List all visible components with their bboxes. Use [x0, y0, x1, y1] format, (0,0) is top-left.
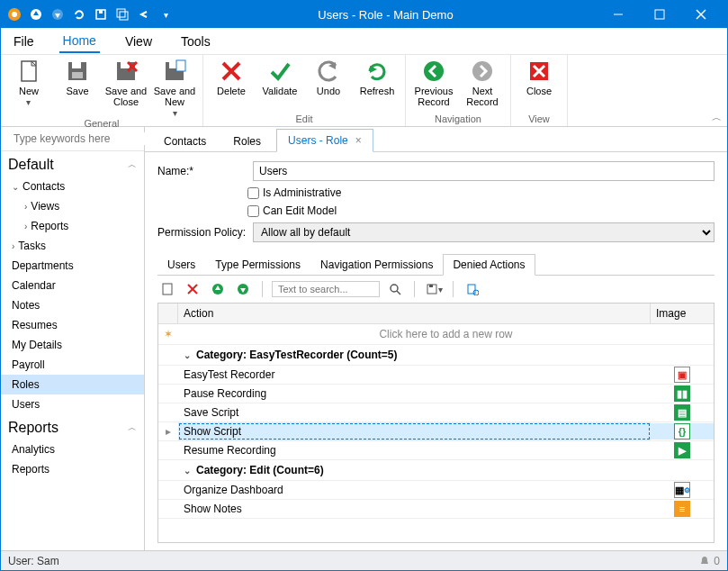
svg-line-38: [397, 291, 400, 295]
row-image-icon: ▣: [651, 367, 714, 383]
is-admin-checkbox[interactable]: [247, 187, 259, 199]
nav-item-tasks[interactable]: › Tasks: [1, 236, 144, 256]
grid-new-row[interactable]: ✶ Click here to add a new row: [158, 324, 714, 345]
subtab-type-permissions[interactable]: Type Permissions: [205, 254, 310, 276]
sidebar-search[interactable]: [1, 127, 144, 151]
search-input[interactable]: [13, 132, 148, 145]
menu-view[interactable]: View: [121, 31, 156, 52]
tab-users-role[interactable]: Users - Role×: [276, 129, 373, 152]
nav-item-payroll[interactable]: Payroll: [1, 355, 144, 375]
grid-moveup-button[interactable]: [208, 279, 228, 299]
ribbon-collapse-icon[interactable]: ︿: [712, 111, 722, 124]
nav-item-calendar[interactable]: Calendar: [1, 276, 144, 295]
nav-item-reports[interactable]: › Reports: [1, 216, 144, 236]
subtab-navigation-permissions[interactable]: Navigation Permissions: [310, 254, 443, 276]
ribbon-close-button[interactable]: Close: [517, 57, 562, 96]
qat-save-icon[interactable]: [93, 6, 109, 23]
ribbon-refresh-button[interactable]: Refresh: [355, 57, 400, 96]
grid-row[interactable]: ▸Show Script{}: [158, 422, 714, 441]
grid-row[interactable]: Resume Recording▶: [158, 441, 714, 460]
grid-group-header[interactable]: ⌄Category: EasyTestRecorder (Count=5): [158, 345, 714, 366]
close-window-button[interactable]: [680, 1, 722, 28]
nav-item-analytics[interactable]: Analytics: [1, 440, 144, 459]
saveclose-icon: [113, 59, 139, 84]
check-icon: [267, 59, 292, 84]
next-icon: [470, 59, 495, 84]
ribbon-undo-button[interactable]: Undo: [306, 57, 351, 96]
name-field[interactable]: [253, 161, 715, 181]
col-action[interactable]: Action: [178, 304, 651, 323]
qat-saveall-icon[interactable]: [114, 6, 130, 23]
nav-item-departments[interactable]: Departments: [1, 256, 144, 276]
undo-icon: [316, 59, 341, 84]
qat-undo-icon[interactable]: [136, 6, 152, 23]
grid-row[interactable]: Pause Recording▮▮: [158, 385, 714, 403]
can-edit-checkbox[interactable]: [247, 205, 259, 217]
grid-preview-button[interactable]: [463, 279, 482, 299]
nav-item-views[interactable]: › Views: [1, 196, 144, 216]
nav-section-default[interactable]: Default︿: [1, 151, 144, 177]
tab-contacts[interactable]: Contacts: [152, 130, 218, 152]
ribbon-saveclose-button[interactable]: Save and Close: [103, 57, 148, 107]
svg-point-25: [424, 61, 444, 81]
grid-movedown-button[interactable]: [233, 279, 253, 299]
svg-rect-14: [72, 62, 81, 68]
role-form: Name:* Is Administrative Can Edit Model …: [145, 152, 727, 253]
nav-item-resumes[interactable]: Resumes: [1, 315, 144, 335]
nav-item-contacts[interactable]: ⌄ Contacts: [1, 177, 144, 196]
ribbon-group-view: View: [528, 113, 550, 126]
document-tabs: ContactsRolesUsers - Role×: [145, 127, 727, 152]
menu-tools[interactable]: Tools: [177, 31, 214, 52]
nav-item-reports[interactable]: Reports: [1, 459, 144, 479]
ribbon-new-button[interactable]: New▾: [6, 57, 51, 107]
svg-rect-32: [163, 284, 172, 295]
subtab-denied-actions[interactable]: Denied Actions: [443, 254, 535, 276]
grid-new-button[interactable]: [157, 279, 177, 299]
nav-item-my-details[interactable]: My Details: [1, 335, 144, 355]
subtab-users[interactable]: Users: [157, 254, 205, 276]
col-image[interactable]: Image: [651, 304, 714, 323]
grid-row[interactable]: Organize Dashboard▦⚙: [158, 481, 714, 500]
grid-group-header[interactable]: ⌄Category: Edit (Count=6): [158, 460, 714, 481]
nav-section-reports[interactable]: Reports︿: [1, 414, 144, 440]
titlebar: ▾ Users - Role - Main Demo: [1, 1, 727, 28]
nav-item-notes[interactable]: Notes: [1, 295, 144, 315]
svg-point-1: [12, 12, 17, 17]
ribbon-group-edit: Edit: [296, 113, 313, 126]
ribbon-savenew-button[interactable]: Save and New▾: [152, 57, 197, 118]
close-icon: [526, 59, 552, 84]
grid-toolbar: ▾: [145, 276, 727, 303]
nav-item-users[interactable]: Users: [1, 394, 144, 414]
permission-policy-select[interactable]: Allow all by default: [253, 222, 715, 242]
tab-close-icon[interactable]: ×: [355, 134, 362, 147]
grid-search-input[interactable]: [272, 281, 380, 297]
maximize-button[interactable]: [639, 1, 680, 28]
qat-customize-icon[interactable]: ▾: [157, 6, 174, 23]
grid-export-button[interactable]: ▾: [424, 279, 444, 299]
ribbon-next-button[interactable]: Next Record: [460, 57, 505, 107]
nav-item-roles[interactable]: Roles: [1, 375, 144, 394]
ribbon-prev-button[interactable]: Previous Record: [411, 57, 456, 107]
minimize-button[interactable]: [598, 1, 639, 28]
svg-rect-9: [655, 10, 664, 19]
tab-roles[interactable]: Roles: [221, 130, 273, 152]
status-notifications[interactable]: 0: [699, 555, 720, 567]
svg-rect-22: [176, 60, 185, 71]
row-image-icon: ▮▮: [651, 385, 714, 402]
grid-delete-button[interactable]: [183, 279, 202, 299]
ribbon-delete-button[interactable]: Delete: [209, 57, 254, 96]
row-image-icon: {}: [651, 423, 714, 440]
ribbon-validate-button[interactable]: Validate: [257, 57, 302, 96]
qat-down-icon[interactable]: [49, 6, 66, 23]
qat-up-icon[interactable]: [28, 6, 44, 23]
grid-row[interactable]: Save Script▤: [158, 403, 714, 422]
grid-row[interactable]: Show Notes≡: [158, 500, 714, 519]
menu-home[interactable]: Home: [59, 30, 100, 53]
ribbon-save-button[interactable]: Save: [55, 57, 100, 96]
file-icon: [16, 59, 41, 84]
qat-refresh-icon[interactable]: [71, 6, 87, 23]
menu-file[interactable]: File: [10, 31, 38, 52]
savenew-icon: [162, 59, 187, 84]
grid-row[interactable]: EasyTest Recorder▣: [158, 366, 714, 385]
grid-search-go[interactable]: [385, 279, 405, 299]
